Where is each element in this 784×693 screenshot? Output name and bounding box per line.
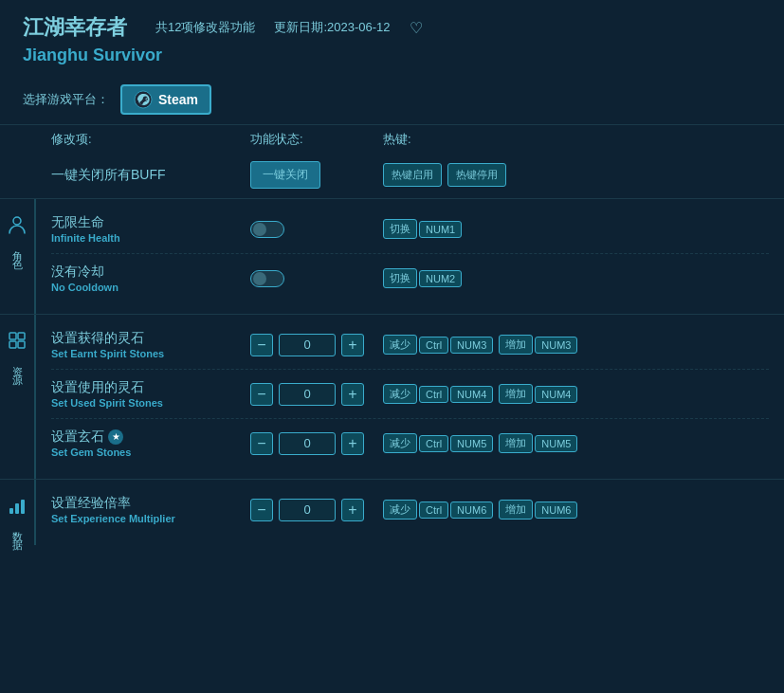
header: 江湖幸存者 共12项修改器功能 更新日期:2023-06-12 ♡ Jiangh… bbox=[0, 0, 784, 75]
item-control: − + bbox=[250, 383, 383, 406]
svg-rect-5 bbox=[18, 341, 25, 348]
svg-rect-4 bbox=[9, 341, 16, 348]
mod-count: 共12项修改器功能 bbox=[155, 19, 255, 36]
item-name-cn: 设置获得的灵石 bbox=[51, 330, 250, 347]
increase-hotkey-group: 增加 NUM3 bbox=[499, 335, 577, 355]
col-header-mod: 修改项: bbox=[51, 131, 250, 148]
decrement-button[interactable]: − bbox=[250, 334, 273, 356]
increment-button[interactable]: + bbox=[341, 499, 364, 521]
decrease-hotkey-group: 减少 Ctrl NUM3 bbox=[383, 335, 493, 355]
item-hotkeys: 减少 Ctrl NUM6 增加 NUM6 bbox=[383, 500, 769, 520]
section-character: 角 色 无限生命 Infinite Health 切换 NUM1 没有冷却 No… bbox=[0, 199, 784, 315]
header-meta: 共12项修改器功能 更新日期:2023-06-12 ♡ bbox=[155, 19, 423, 37]
decrease-key2: NUM4 bbox=[450, 386, 493, 403]
increase-label: 增加 bbox=[499, 433, 533, 453]
number-input[interactable] bbox=[279, 334, 336, 356]
update-date: 更新日期:2023-06-12 bbox=[274, 19, 390, 36]
item-name-cn: 设置经验倍率 bbox=[51, 495, 250, 512]
buff-row: 一键关闭所有BUFF 一键关闭 热键启用 热键停用 bbox=[36, 155, 784, 198]
increase-key: NUM3 bbox=[535, 337, 577, 354]
increment-button[interactable]: + bbox=[341, 432, 364, 455]
item-name: 设置玄石★ Set Gem Stones bbox=[51, 429, 250, 458]
svg-rect-3 bbox=[18, 333, 25, 339]
section-icon-character bbox=[7, 214, 27, 239]
increment-button[interactable]: + bbox=[341, 334, 364, 356]
list-item: 设置玄石★ Set Gem Stones − + 减少 Ctrl NUM5 增加 bbox=[51, 419, 769, 467]
item-control bbox=[250, 270, 383, 287]
section-content-resources: 设置获得的灵石 Set Earnt Spirit Stones − + 减少 C… bbox=[36, 315, 784, 479]
list-item: 无限生命 Infinite Health 切换 NUM1 bbox=[51, 205, 769, 254]
list-item: 设置经验倍率 Set Experience Multiplier − + 减少 … bbox=[51, 485, 769, 534]
item-name-en: Set Used Spirit Stones bbox=[51, 397, 250, 409]
item-name-en: No Cooldown bbox=[51, 282, 250, 293]
hotkey-disable-button[interactable]: 热键停用 bbox=[447, 163, 506, 187]
hotkey-group: 切换 NUM2 bbox=[383, 268, 462, 288]
decrement-button[interactable]: − bbox=[250, 432, 273, 455]
favorite-icon[interactable]: ♡ bbox=[410, 19, 423, 37]
item-name: 设置经验倍率 Set Experience Multiplier bbox=[51, 495, 250, 524]
section-data: 数 据 设置经验倍率 Set Experience Multiplier − +… bbox=[0, 480, 784, 545]
decrement-button[interactable]: − bbox=[250, 499, 273, 521]
decrease-key2: NUM5 bbox=[450, 435, 493, 452]
game-title-en: Jianghu Survivor bbox=[23, 46, 761, 65]
decrease-hotkey-group: 减少 Ctrl NUM4 bbox=[383, 384, 493, 404]
increase-label: 增加 bbox=[499, 384, 533, 404]
decrease-label: 减少 bbox=[383, 335, 417, 355]
item-hotkeys: 减少 Ctrl NUM3 增加 NUM3 bbox=[383, 335, 769, 355]
number-input[interactable] bbox=[279, 383, 336, 406]
increase-hotkey-group: 增加 NUM4 bbox=[499, 384, 577, 404]
col-header-hotkey: 热键: bbox=[383, 131, 784, 148]
number-input[interactable] bbox=[279, 432, 336, 455]
number-control: − + bbox=[250, 383, 364, 406]
hotkey-key: NUM1 bbox=[419, 221, 462, 238]
decrease-key2: NUM6 bbox=[450, 502, 493, 519]
section-sidebar-character: 角 色 bbox=[0, 199, 36, 314]
decrease-label: 减少 bbox=[383, 500, 417, 520]
svg-rect-8 bbox=[21, 500, 25, 514]
section-icon-resources bbox=[7, 330, 27, 355]
section-label-data: 数 据 bbox=[10, 523, 25, 535]
svg-rect-6 bbox=[9, 508, 13, 514]
hotkey-label: 切换 bbox=[383, 268, 417, 288]
decrease-hotkey-group: 减少 Ctrl NUM6 bbox=[383, 500, 493, 520]
item-control: − + bbox=[250, 432, 383, 455]
svg-point-1 bbox=[13, 217, 21, 225]
item-name: 没有冷却 No Cooldown bbox=[51, 264, 250, 293]
hotkey-enable-button[interactable]: 热键启用 bbox=[383, 163, 442, 187]
item-hotkeys: 减少 Ctrl NUM4 增加 NUM4 bbox=[383, 384, 769, 404]
decrease-key1: Ctrl bbox=[419, 502, 448, 519]
hotkey-group: 切换 NUM1 bbox=[383, 219, 462, 239]
item-hotkeys: 减少 Ctrl NUM5 增加 NUM5 bbox=[383, 433, 769, 453]
item-name: 设置获得的灵石 Set Earnt Spirit Stones bbox=[51, 330, 250, 359]
toggle-switch[interactable] bbox=[250, 270, 284, 287]
number-input[interactable] bbox=[279, 499, 336, 521]
buff-close-button[interactable]: 一键关闭 bbox=[250, 161, 320, 189]
item-control: − + bbox=[250, 334, 383, 356]
increment-button[interactable]: + bbox=[341, 383, 364, 406]
sections-container: 角 色 无限生命 Infinite Health 切换 NUM1 没有冷却 No… bbox=[0, 199, 784, 545]
toggle-switch[interactable] bbox=[250, 221, 284, 238]
decrement-button[interactable]: − bbox=[250, 383, 273, 406]
toggle-wrap bbox=[250, 270, 284, 287]
section-sidebar-resources: 资 源 bbox=[0, 315, 36, 479]
decrease-key1: Ctrl bbox=[419, 435, 448, 452]
item-name-cn: 设置使用的灵石 bbox=[51, 379, 250, 396]
decrease-hotkey-group: 减少 Ctrl NUM5 bbox=[383, 433, 493, 453]
section-content-character: 无限生命 Infinite Health 切换 NUM1 没有冷却 No Coo… bbox=[36, 199, 784, 314]
decrease-key1: Ctrl bbox=[419, 337, 448, 354]
item-name-en: Set Earnt Spirit Stones bbox=[51, 348, 250, 359]
platform-row: 选择游戏平台： Steam bbox=[0, 75, 784, 125]
list-item: 设置使用的灵石 Set Used Spirit Stones − + 减少 Ct… bbox=[51, 370, 769, 419]
section-resources: 资 源 设置获得的灵石 Set Earnt Spirit Stones − + … bbox=[0, 315, 784, 480]
hotkey-key: NUM2 bbox=[419, 270, 462, 287]
steam-button[interactable]: Steam bbox=[120, 84, 211, 115]
decrease-label: 减少 bbox=[383, 384, 417, 404]
increase-key: NUM5 bbox=[535, 435, 577, 452]
col-header-status: 功能状态: bbox=[250, 131, 383, 148]
increase-hotkey-group: 增加 NUM5 bbox=[499, 433, 577, 453]
increase-key: NUM4 bbox=[535, 386, 577, 403]
platform-label: 选择游戏平台： bbox=[23, 91, 109, 108]
hotkey-label: 切换 bbox=[383, 219, 417, 239]
decrease-label: 减少 bbox=[383, 433, 417, 453]
increase-label: 增加 bbox=[499, 335, 533, 355]
